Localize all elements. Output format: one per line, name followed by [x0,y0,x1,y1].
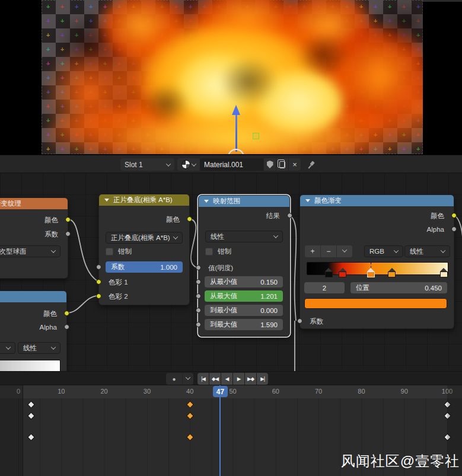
color-mode-dropdown[interactable] [0,342,15,354]
socket-alpha-out[interactable] [451,226,457,232]
socket-color-out[interactable] [64,311,69,316]
field-label: 从最大值 [210,292,237,301]
socket-from-min-in[interactable] [196,279,201,285]
auto-key-options-button[interactable] [182,373,193,385]
output-color-row: 颜色 [0,309,66,318]
play-button[interactable]: ▶ [233,373,244,385]
from-max-field[interactable]: 从最大值 1.201 [205,290,283,302]
socket-fac-out[interactable] [65,231,71,237]
material-name-field[interactable]: Material.001 [200,158,263,171]
auto-key-button[interactable]: ● [166,373,182,385]
blend-mode-dropdown[interactable]: 正片叠底(相乘 A*B) [106,232,183,244]
blender-window: ++++++++++++++++++++++++++++++++++++++++… [0,0,462,476]
keyframe-diamond[interactable] [186,433,194,441]
3d-viewport[interactable]: ++++++++++++++++++++++++++++++++++++++++… [0,0,462,155]
smoke-blob [219,56,279,107]
interpolation-dropdown[interactable]: 线性 [18,342,60,354]
fake-user-button[interactable] [263,158,276,171]
add-stop-button[interactable]: + [305,245,320,257]
jump-to-end-button[interactable]: ▶| [257,373,268,385]
remove-stop-button[interactable]: − [321,245,336,257]
node-gradient-texture[interactable]: 渐变纹理 颜色 系数 二次型球面 [0,197,68,279]
output-color-row: 颜色 [300,211,454,221]
socket-color2-in[interactable] [96,293,101,299]
playhead-line[interactable] [219,385,221,476]
gradient-strip[interactable] [307,262,448,275]
output-label: 颜色 [166,215,180,224]
keyframe-diamond[interactable] [186,412,194,420]
gizmo-arrow-head[interactable] [232,105,240,115]
keyframe-diamond[interactable] [27,433,35,441]
socket-alpha-out[interactable] [64,324,69,330]
socket-color-out[interactable] [65,217,71,222]
stop-position-field[interactable]: 位置 0.450 [351,282,447,293]
collapse-icon[interactable] [104,199,109,202]
to-max-field[interactable]: 到最大值 1.590 [205,319,283,330]
ramp-stop[interactable] [388,268,396,277]
shader-node-editor[interactable]: 渐变纹理 颜色 系数 二次型球面 颜色 Alpha 线性 [0,173,462,371]
chevron-down-icon [342,247,347,252]
keyframe-diamond[interactable] [186,401,194,408]
keyframe-diamond[interactable] [27,401,35,408]
current-frame-indicator[interactable]: 47 [213,386,228,397]
play-reverse-button[interactable]: ◀ [221,373,232,385]
browse-material-dropdown[interactable] [177,158,200,171]
socket-value-in[interactable] [196,265,201,270]
prev-keyframe-button[interactable]: ◆◀ [209,373,221,385]
to-min-field[interactable]: 到最小值 0.000 [205,305,283,316]
color-mode-dropdown[interactable]: RGB [364,245,403,257]
ramp-stop[interactable] [440,268,448,277]
node-header[interactable]: 渐变纹理 [0,198,68,209]
ramp-options-button[interactable] [337,245,352,257]
node-color-ramp-left[interactable]: 颜色 Alpha 线性 [0,290,67,371]
stop-color-swatch[interactable] [304,298,447,309]
timeline-ruler[interactable]: 0102030405060708090100 [0,385,462,398]
gradient-type-dropdown[interactable]: 二次型球面 [0,245,60,257]
ramp-stop[interactable] [339,268,346,277]
prev-keyframe-icon: ◆◀ [212,376,218,382]
node-map-range[interactable]: 映射范围 结果 线性 钳制 值(明度) 从最小值 0.150 从最大值 1.20… [198,195,290,337]
node-mix-multiply[interactable]: 正片叠底(相乘 A*B) 颜色 正片叠底(相乘 A*B) 钳制 系数 1.000… [98,194,190,305]
socket-fac-in[interactable] [297,318,302,324]
node-header[interactable]: 颜色渐变 [300,195,454,206]
material-slot-dropdown[interactable]: Slot 1 [120,158,174,171]
chevron-down-icon [273,233,278,238]
gradient-strip[interactable] [0,360,60,371]
socket-fac-in[interactable] [96,264,101,270]
socket-from-max-in[interactable] [196,293,201,299]
interpolation-dropdown[interactable]: 线性 [404,245,450,257]
clamp-checkbox[interactable] [205,248,213,255]
socket-color-out[interactable] [451,213,457,218]
socket-color-out[interactable] [187,216,192,222]
clamp-checkbox[interactable] [106,248,113,255]
play-icon: ▶ [237,376,241,382]
start-frame-line [23,385,23,476]
dropdown-value: 线性 [211,232,224,241]
unlink-material-button[interactable]: × [288,158,301,171]
next-keyframe-button[interactable]: ▶◆ [245,373,256,385]
keyframe-diamond[interactable] [27,412,35,420]
collapse-icon[interactable] [305,199,310,202]
dropdown-value: 线性 [23,344,37,353]
node-header[interactable]: 正片叠底(相乘 A*B) [99,194,189,206]
collapse-icon[interactable] [204,200,209,203]
ruler-tick-label: 40 [181,388,198,395]
factor-slider[interactable]: 系数 1.000 [106,261,183,273]
interpolation-dropdown[interactable]: 线性 [205,231,283,242]
new-material-button[interactable] [276,158,288,171]
stop-index-field[interactable]: 2 [304,282,345,293]
jump-to-start-button[interactable]: |◀ [197,373,209,385]
ramp-stop[interactable] [367,268,375,277]
ramp-stop[interactable] [325,268,333,277]
from-min-field[interactable]: 从最小值 0.150 [205,276,283,287]
output-color-row: 颜色 [99,215,189,224]
socket-to-max-in[interactable] [196,322,201,327]
node-header[interactable] [0,291,66,302]
gizmo-z-axis-arrow[interactable] [235,114,237,152]
socket-result-out[interactable] [287,213,292,218]
node-header[interactable]: 映射范围 [199,196,289,207]
socket-color1-in[interactable] [96,279,101,285]
pin-button[interactable] [305,158,317,171]
node-color-ramp[interactable]: 颜色渐变 颜色 Alpha + − RGB 线性 2 [299,194,454,329]
socket-to-min-in[interactable] [196,308,201,313]
